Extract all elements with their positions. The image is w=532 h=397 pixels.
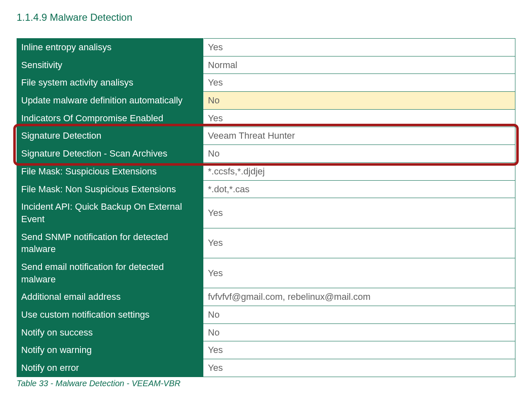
setting-key: Notify on error — [17, 359, 204, 377]
setting-key: Send SNMP notification for detected malw… — [17, 228, 204, 258]
setting-value: Yes — [204, 198, 515, 228]
setting-value: No — [204, 323, 515, 341]
setting-key: Signature Detection - Scan Archives — [17, 145, 204, 163]
table-row: Additional email addressfvfvfvf@gmail.co… — [17, 288, 515, 306]
setting-key: Use custom notification settings — [17, 306, 204, 324]
setting-key: File Mask: Non Suspicious Extensions — [17, 180, 204, 198]
table-row: Notify on successNo — [17, 323, 515, 341]
setting-value: Yes — [204, 258, 515, 288]
setting-value: No — [204, 306, 515, 324]
setting-value: Yes — [204, 359, 515, 377]
section-heading: 1.1.4.9 Malware Detection — [17, 12, 515, 23]
setting-key: File system activity analisys — [17, 74, 204, 92]
table-row: Signature Detection - Scan ArchivesNo — [17, 145, 515, 163]
table-row: Update malware definition automaticallyN… — [17, 92, 515, 110]
setting-key: Incident API: Quick Backup On External E… — [17, 198, 204, 228]
setting-value: Yes — [204, 109, 515, 127]
setting-value: *.dot,*.cas — [204, 180, 515, 198]
table-row: Send email notification for detected mal… — [17, 258, 515, 288]
setting-value: Yes — [204, 228, 515, 258]
setting-key: Signature Detection — [17, 127, 204, 145]
table-row: Notify on warningYes — [17, 341, 515, 359]
setting-key: Additional email address — [17, 288, 204, 306]
setting-value: Yes — [204, 341, 515, 359]
table-row: Notify on errorYes — [17, 359, 515, 377]
setting-value: No — [204, 92, 515, 110]
setting-key: Update malware definition automatically — [17, 92, 204, 110]
setting-value: *.ccsfs,*.djdjej — [204, 162, 515, 180]
setting-value: No — [204, 145, 515, 163]
table-caption: Table 33 - Malware Detection - VEEAM-VBR — [17, 379, 515, 388]
table-row: Inline entropy analisysYes — [17, 39, 515, 56]
setting-value: Yes — [204, 39, 515, 56]
setting-key: File Mask: Suspicious Extensions — [17, 162, 204, 180]
table-row: File Mask: Suspicious Extensions*.ccsfs,… — [17, 162, 515, 180]
table-row: Indicators Of Compromise EnabledYes — [17, 109, 515, 127]
setting-key: Indicators Of Compromise Enabled — [17, 109, 204, 127]
table-row: Send SNMP notification for detected malw… — [17, 228, 515, 258]
table-row: SensitivityNormal — [17, 56, 515, 74]
setting-value: Normal — [204, 56, 515, 74]
table-row: File system activity analisysYes — [17, 74, 515, 92]
setting-key: Notify on warning — [17, 341, 204, 359]
table-row: Use custom notification settingsNo — [17, 306, 515, 324]
settings-table: Inline entropy analisysYesSensitivityNor… — [17, 38, 515, 377]
setting-key: Notify on success — [17, 323, 204, 341]
setting-value: fvfvfvf@gmail.com, rebelinux@mail.com — [204, 288, 515, 306]
table-row: File Mask: Non Suspicious Extensions*.do… — [17, 180, 515, 198]
setting-key: Send email notification for detected mal… — [17, 258, 204, 288]
setting-value: Veeam Threat Hunter — [204, 127, 515, 145]
setting-value: Yes — [204, 74, 515, 92]
setting-key: Sensitivity — [17, 56, 204, 74]
table-row: Incident API: Quick Backup On External E… — [17, 198, 515, 228]
table-row: Signature DetectionVeeam Threat Hunter — [17, 127, 515, 145]
settings-table-wrap: Inline entropy analisysYesSensitivityNor… — [17, 38, 515, 377]
setting-key: Inline entropy analisys — [17, 39, 204, 56]
